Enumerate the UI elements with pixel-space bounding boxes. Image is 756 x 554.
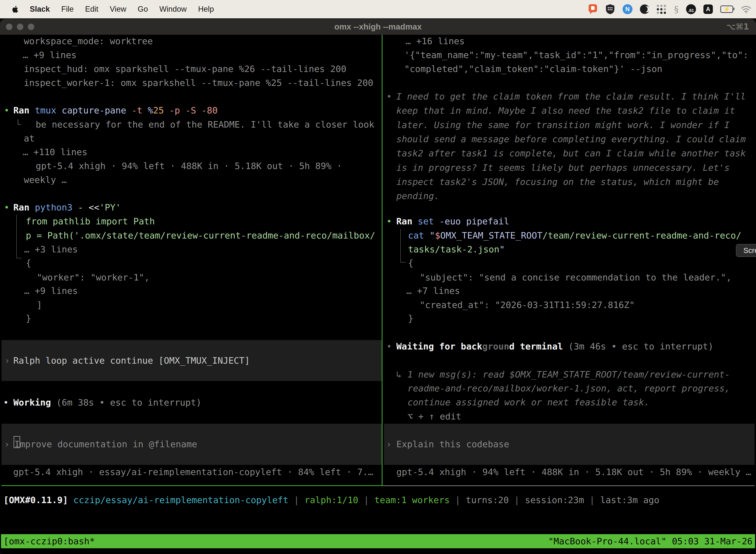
text-segment: from pathlib import Path bbox=[26, 216, 155, 226]
terminal-line: … +9 lines bbox=[24, 284, 78, 298]
menu-item-go[interactable]: Go bbox=[138, 5, 148, 14]
tmux-session-label: [omx-cczip0:bash* bbox=[3, 534, 95, 548]
terminal-line: •Ran tmux capture-pane -t %25 -p -S -80 bbox=[4, 103, 217, 117]
terminal-line: •Ran set -euo pipefail bbox=[386, 214, 509, 228]
left-pane-bottom-border bbox=[1, 485, 382, 486]
close-button[interactable] bbox=[6, 23, 12, 30]
text-segment: "subject": "send a concise recommendatio… bbox=[420, 272, 732, 282]
terminal-line: [OMX#0.11.9] cczip/essay/ai-reimplementa… bbox=[3, 493, 659, 507]
menu-item-window[interactable]: Window bbox=[159, 5, 187, 14]
text-segment: Ran bbox=[13, 105, 35, 115]
terminal-line: at bbox=[24, 131, 35, 146]
terminal-line: inspect task2's JSON, focusing on the st… bbox=[396, 175, 719, 189]
text-segment: 25 bbox=[153, 105, 169, 115]
tree-guide-elbow bbox=[16, 258, 22, 258]
text-segment: p = Path('.omx/state/team/review-current… bbox=[26, 230, 375, 240]
terminal-line: "worker": "worker-1", bbox=[37, 270, 149, 284]
input-source-icon[interactable]: A bbox=[703, 4, 713, 14]
wifi-icon[interactable] bbox=[741, 5, 752, 13]
text-segment: • bbox=[4, 202, 9, 213]
text-segment: groun bbox=[482, 341, 509, 351]
menu-item-view[interactable]: View bbox=[110, 5, 126, 14]
text-segment: • bbox=[386, 216, 392, 226]
terminal-line: pending. bbox=[396, 189, 439, 203]
text-segment: $ bbox=[435, 230, 440, 240]
left-prompt-input[interactable]: › Improve documentation in @filename bbox=[1, 424, 382, 465]
right-prompt-input[interactable]: › Explain this codebase bbox=[384, 424, 755, 465]
text-segment: continue assigned work or next feasible … bbox=[407, 397, 649, 407]
terminal-line: p = Path('.omx/state/team/review-current… bbox=[26, 228, 375, 242]
text-segment: (3m 46s • esc to interrupt) bbox=[563, 341, 713, 351]
text-segment: tasks/task-2.json bbox=[408, 244, 499, 255]
text-segment: 'PY' bbox=[99, 202, 121, 213]
text-segment: • bbox=[4, 105, 9, 115]
terminal-line: task2 after task1 is complete, but can I… bbox=[396, 146, 746, 160]
text-segment: - << bbox=[78, 202, 100, 213]
text-segment: '{"team_name":"my-team","task_id":"1","f… bbox=[404, 50, 748, 60]
text-segment: … +3 lines bbox=[24, 244, 78, 255]
squiggle-icon[interactable]: § bbox=[674, 4, 679, 14]
text-segment: -80 bbox=[201, 105, 217, 115]
dots-grid-icon[interactable] bbox=[657, 4, 667, 14]
text-segment: OMX_TEAM_STATE_ROOT bbox=[440, 230, 543, 240]
left-pane-status: gpt-5.4 xhigh · essay/ai-reimplementatio… bbox=[13, 465, 373, 479]
menu-item-edit[interactable]: Edit bbox=[85, 5, 98, 14]
dark-mode-crescent-icon[interactable] bbox=[640, 4, 649, 14]
text-segment: "created_at": "2026-03-31T11:59:27.816Z" bbox=[420, 300, 635, 310]
window-shortcut: ⌥⌘1 bbox=[726, 19, 749, 35]
text-segment: at bbox=[24, 133, 35, 144]
text-cursor bbox=[14, 436, 20, 448]
text-segment: /team/review-current-readme-and-reco/ bbox=[543, 230, 741, 240]
terminal-line: … +7 lines bbox=[406, 284, 460, 298]
active-app-name[interactable]: Slack bbox=[30, 5, 50, 14]
text-segment: | bbox=[509, 495, 525, 505]
percent-badge-icon[interactable]: .61 bbox=[686, 4, 696, 14]
terminal-line: ›Ralph loop active continue [OMX_TMUX_IN… bbox=[4, 353, 250, 368]
tree-guide-elbow bbox=[400, 262, 406, 263]
text-segment: … +110 lines bbox=[23, 147, 87, 157]
text-segment: ralph:1/10 bbox=[305, 495, 359, 505]
text-segment: readme-and-reco/mailbox/worker-1.json, a… bbox=[407, 383, 730, 393]
text-segment: -S bbox=[185, 105, 201, 115]
tmux-host-time: "MacBook-Pro-44.local" 05:03 31-Mar-26 bbox=[548, 534, 753, 548]
battery-icon[interactable]: ⚡ bbox=[720, 5, 733, 13]
terminal-line: { bbox=[26, 256, 31, 270]
shield-grid-icon[interactable] bbox=[605, 4, 615, 14]
tmux-status-bar: [omx-cczip0:bash* "MacBook-Pro-44.local"… bbox=[1, 534, 755, 548]
text-segment: (6m 38s • esc to interrupt) bbox=[51, 397, 201, 407]
pane-divider-vertical[interactable] bbox=[382, 35, 382, 486]
text-segment: Waiting for back bbox=[396, 341, 483, 351]
text-segment: " bbox=[499, 244, 505, 255]
zoom-button[interactable] bbox=[28, 23, 34, 30]
apple-menu-icon[interactable] bbox=[11, 5, 18, 13]
text-segment: } bbox=[26, 313, 31, 323]
text-segment: Ran bbox=[13, 202, 35, 213]
tree-guide-line bbox=[16, 215, 17, 258]
text-segment: is in progress? It seems likely but perh… bbox=[396, 163, 730, 173]
text-segment: turns:20 bbox=[466, 495, 509, 505]
text-segment: } bbox=[408, 313, 414, 323]
terminal-line: workspace_mode: worktree bbox=[24, 34, 153, 48]
terminal-line: gpt-5.4 xhigh · 94% left · 488K in · 5.1… bbox=[36, 159, 342, 173]
terminal-line: •I need to get the claim token from the … bbox=[386, 89, 746, 104]
menu-item-file[interactable]: File bbox=[61, 5, 74, 14]
slack-status-icon[interactable] bbox=[588, 4, 598, 14]
menu-bar: Slack FileEditViewGoWindowHelp N § .61 A… bbox=[0, 0, 756, 18]
blue-badge-icon[interactable]: N bbox=[623, 4, 632, 14]
text-segment: ⌥ + ↑ edit bbox=[407, 411, 461, 422]
terminal-line: continue assigned work or next feasible … bbox=[407, 395, 649, 409]
text-segment: " bbox=[430, 230, 435, 240]
menu-item-help[interactable]: Help bbox=[198, 5, 214, 14]
text-segment: session:23m bbox=[525, 495, 584, 505]
text-segment: | bbox=[289, 495, 305, 505]
text-segment: % bbox=[148, 105, 153, 115]
terminal-line: … +110 lines bbox=[23, 145, 87, 159]
window-titlebar: omx --xhigh --madmax ⌥⌘1 bbox=[0, 19, 756, 35]
terminal-line: … +16 lines bbox=[405, 34, 464, 48]
terminal-line: from pathlib import Path bbox=[26, 214, 155, 228]
text-segment: inspect_hud: omx sparkshell --tmux-pane … bbox=[24, 64, 346, 74]
terminal-line: is in progress? It seems likely but perh… bbox=[396, 161, 730, 175]
text-segment: task2 after task1 is complete, but can I… bbox=[396, 148, 746, 158]
minimize-button[interactable] bbox=[17, 23, 23, 30]
terminal-line: weekly … bbox=[24, 173, 67, 187]
